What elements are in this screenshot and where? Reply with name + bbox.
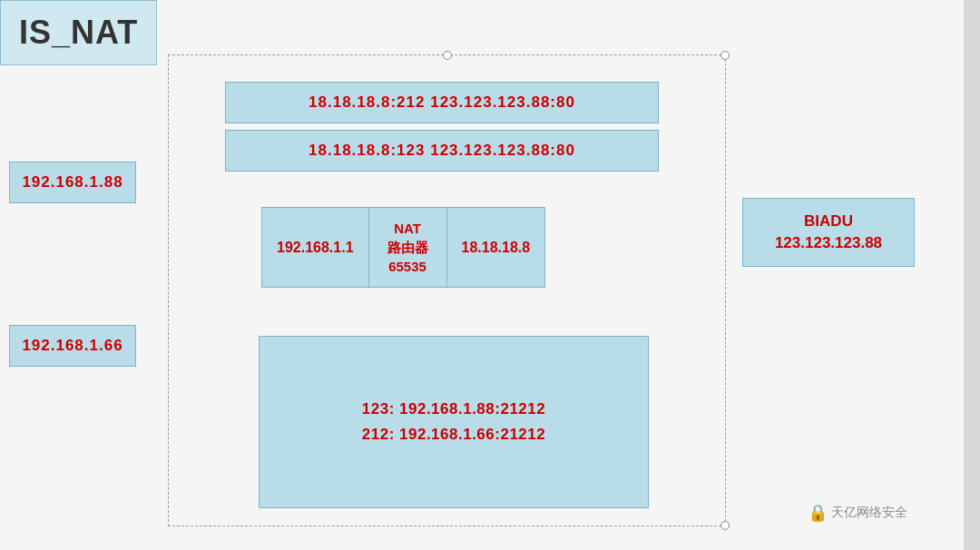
title-box: IS_NAT — [0, 0, 157, 65]
nat-left-ip-box: 192.168.1.1 — [261, 207, 369, 288]
watermark-text: 天亿网络安全 — [831, 505, 907, 521]
table-row-1-label: 123: 192.168.1.88:21212 — [362, 400, 545, 418]
right-sidebar-strip — [964, 0, 980, 550]
nat-right-ip-label: 18.18.18.8 — [462, 240, 531, 256]
nat-right-ip-box: 18.18.18.8 — [446, 207, 546, 288]
watermark: 🔒 天亿网络安全 — [808, 503, 907, 523]
nat-center-label: NAT 路由器 65535 — [387, 219, 428, 276]
watermark-icon: 🔒 — [808, 503, 828, 523]
handle-top-center[interactable] — [443, 51, 452, 60]
left-node-1-label: 192.168.1.88 — [22, 173, 122, 192]
nat-left-ip-label: 192.168.1.1 — [277, 240, 354, 256]
connection-row-1-label: 18.18.18.8:212 123.123.123.88:80 — [309, 93, 575, 112]
biadu-line2-label: 123.123.123.88 — [775, 234, 882, 252]
handle-top-right[interactable] — [720, 51, 730, 60]
table-row-2-label: 212: 192.168.1.66:21212 — [362, 426, 545, 444]
title-text: IS_NAT — [19, 14, 138, 51]
connection-row-2: 18.18.18.8:123 123.123.123.88:80 — [225, 130, 659, 172]
left-node-1: 192.168.1.88 — [9, 162, 136, 203]
nat-table-box: 123: 192.168.1.88:21212 212: 192.168.1.6… — [259, 336, 649, 508]
connection-row-2-label: 18.18.18.8:123 123.123.123.88:80 — [309, 142, 575, 160]
left-node-2-label: 192.168.1.66 — [22, 337, 122, 355]
biadu-box: BIADU 123.123.123.88 — [742, 198, 915, 267]
nat-center-box: NAT 路由器 65535 — [368, 207, 447, 288]
left-node-2: 192.168.1.66 — [9, 325, 136, 367]
canvas: IS_NAT 18.18.18.8:212 123.123.123.88:80 … — [0, 0, 980, 550]
nat-router-group: 192.168.1.1 NAT 路由器 65535 18.18.18.8 — [261, 207, 545, 288]
biadu-line1-label: BIADU — [804, 212, 853, 231]
connection-row-1: 18.18.18.8:212 123.123.123.88:80 — [225, 82, 659, 123]
handle-bottom-right[interactable] — [720, 521, 730, 530]
